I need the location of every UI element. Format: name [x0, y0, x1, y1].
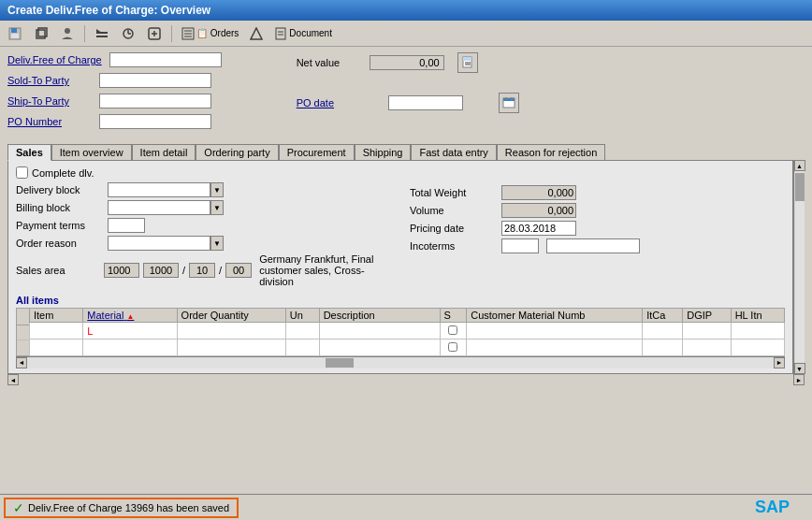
scroll-thumb-h[interactable] [326, 358, 354, 368]
sales-area-label: Sales area [16, 265, 100, 276]
billing-block-row: Billing block ▼ [16, 200, 391, 215]
items-scrollbar-h[interactable]: ◄ ► [16, 356, 785, 368]
scroll-right-btn[interactable]: ► [774, 357, 785, 368]
tab-bar: Sales Item overview Item detail Ordering… [7, 143, 805, 160]
doc-icon-1[interactable] [457, 52, 478, 73]
complete-dlv-label: Complete dlv. [32, 167, 94, 179]
pricing-date-input[interactable] [501, 221, 576, 236]
tab-shipping[interactable]: Shipping [355, 144, 412, 161]
scroll-up-btn[interactable]: ▲ [794, 160, 805, 171]
scroll-down-btn[interactable]: ▼ [794, 363, 805, 374]
btn5[interactable] [117, 24, 139, 43]
po-number-label[interactable]: PO Number [7, 116, 92, 127]
deliv-label[interactable]: Deliv.Free of Charge [7, 54, 102, 65]
cust-mat-cell-1[interactable] [467, 323, 643, 339]
tab-procurement[interactable]: Procurement [279, 144, 355, 161]
po-date-label[interactable]: PO date [297, 97, 381, 108]
s-checkbox-2[interactable] [448, 342, 457, 352]
desc-cell-1[interactable] [319, 323, 440, 339]
deliv-input[interactable] [109, 52, 222, 67]
tab-item-overview[interactable]: Item overview [51, 144, 132, 161]
col-material[interactable]: Material ▲ [83, 309, 177, 323]
doc-icon-2[interactable] [499, 93, 519, 113]
order-qty-cell-1[interactable] [177, 323, 285, 339]
btn4[interactable] [91, 24, 113, 43]
status-check-icon: ✓ [13, 500, 24, 515]
delivery-block-label: Delivery block [16, 184, 100, 195]
tab-item-detail[interactable]: Item detail [132, 144, 196, 161]
sales-area-row: Sales area 1000 / / Germany Frankfurt, F… [16, 253, 391, 287]
un-cell-2[interactable] [285, 339, 319, 356]
user-toolbar-btn[interactable] [56, 24, 79, 43]
left-col: Complete dlv. Delivery block ▼ Billing b… [16, 166, 391, 287]
tab-sales[interactable]: Sales [7, 144, 51, 161]
scroll-track-h[interactable] [27, 357, 774, 368]
document-label: Document [289, 28, 332, 38]
delivery-block-row: Delivery block ▼ [16, 182, 391, 197]
un-cell-1[interactable] [285, 323, 319, 339]
order-qty-cell-2[interactable] [177, 339, 285, 356]
col-order-qty: Order Quantity [177, 309, 285, 323]
itca-cell-1[interactable] [643, 323, 683, 339]
material-cell-1[interactable]: L [83, 323, 177, 339]
hl-itn-cell-1[interactable] [731, 323, 784, 339]
complete-dlv-checkbox[interactable] [16, 166, 28, 179]
scroll-left-btn[interactable]: ◄ [16, 357, 27, 368]
table-row: L [30, 323, 785, 339]
volume-row: Volume [410, 203, 785, 218]
status-message-text: Deliv.Free of Charge 13969 has been save… [28, 502, 229, 513]
status-bar: ✓ Deliv.Free of Charge 13969 has been sa… [0, 494, 812, 520]
delivery-block-field: ▼ [108, 182, 224, 197]
nav-right-btn[interactable]: ► [793, 374, 805, 385]
desc-cell-2[interactable] [319, 339, 440, 356]
delivery-block-input[interactable] [108, 182, 210, 197]
material-cell-2[interactable] [83, 339, 177, 356]
col-un: Un [285, 309, 319, 323]
scroll-thumb-v[interactable] [795, 173, 805, 201]
billing-block-dropdown[interactable]: ▼ [210, 200, 224, 215]
document-icon [274, 27, 287, 40]
ship-to-label[interactable]: Ship-To Party [7, 95, 92, 107]
document-toolbar-btn[interactable]: Document [270, 25, 336, 42]
btn8[interactable] [246, 25, 267, 42]
itca-cell-2[interactable] [643, 339, 683, 356]
sales-area-2-display [189, 263, 215, 278]
incoterms-input2[interactable] [546, 238, 640, 253]
delivery-block-dropdown[interactable]: ▼ [210, 182, 224, 197]
scroll-track-v[interactable] [795, 171, 805, 363]
sales-sep2: / [219, 265, 222, 276]
page-title: Create Deliv.Free of Charge: Overview [7, 4, 210, 17]
payment-terms-input[interactable] [108, 218, 145, 233]
billing-block-input[interactable] [108, 200, 210, 215]
main-scrollbar-v[interactable]: ▲ ▼ [793, 160, 805, 374]
sold-to-input[interactable] [99, 73, 211, 88]
item-cell-2[interactable] [30, 339, 83, 356]
s-checkbox-1[interactable] [448, 325, 457, 335]
btn6[interactable] [143, 24, 166, 43]
order-reason-input[interactable] [108, 236, 210, 251]
tab-reason-for-rejection[interactable]: Reason for rejection [497, 144, 605, 161]
ship-to-input[interactable] [99, 94, 211, 108]
dgip-cell-1[interactable] [683, 323, 731, 339]
total-weight-input [501, 185, 576, 200]
pricing-date-row: Pricing date [410, 221, 785, 236]
copy-toolbar-btn[interactable] [30, 24, 52, 43]
tab-ordering-party[interactable]: Ordering party [196, 144, 278, 161]
sold-to-label[interactable]: Sold-To Party [7, 75, 92, 86]
order-reason-dropdown[interactable]: ▼ [210, 236, 224, 251]
save-toolbar-btn[interactable] [4, 24, 26, 43]
col-item: Item [30, 309, 83, 323]
col-s: S [440, 309, 467, 323]
po-number-input[interactable] [99, 114, 211, 129]
item-cell-1[interactable] [30, 323, 83, 339]
hl-itn-cell-2[interactable] [731, 339, 784, 356]
tab-fast-data-entry[interactable]: Fast data entry [411, 144, 496, 161]
orders-toolbar-btn[interactable]: 📋 Orders [178, 25, 242, 42]
col-cust-mat: Customer Material Numb [467, 309, 643, 323]
nav-left-btn[interactable]: ◄ [7, 374, 19, 385]
cust-mat-cell-2[interactable] [467, 339, 643, 356]
po-date-input[interactable] [388, 95, 463, 110]
dgip-cell-2[interactable] [683, 339, 731, 356]
sort-arrow-material: ▲ [126, 312, 134, 321]
incoterms-input1[interactable] [501, 238, 539, 253]
